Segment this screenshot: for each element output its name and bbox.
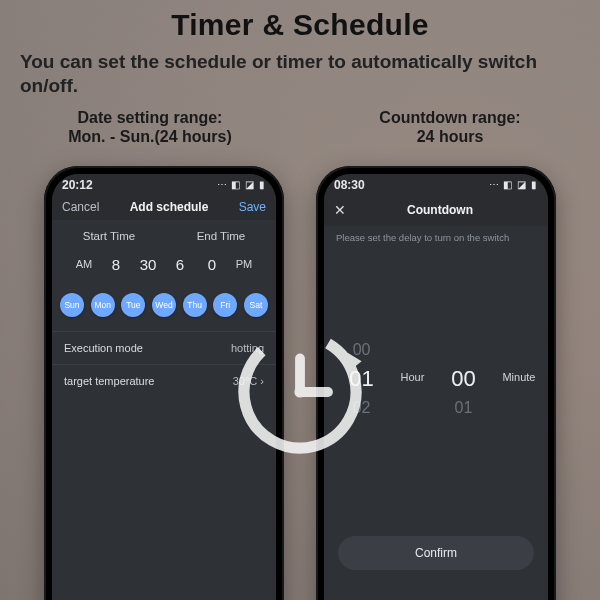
status-icons: ⋯ ◧ ◪ ▮ <box>489 179 538 190</box>
nav-title: Add schedule <box>130 200 209 214</box>
minute-wheel[interactable]: 00 01 <box>434 355 492 421</box>
picker-end-hour[interactable]: 6 <box>169 256 191 273</box>
caption-left: Date setting range: Mon. - Sun.(24 hours… <box>0 108 300 146</box>
nav-title: Countdown <box>342 203 538 217</box>
day-thu[interactable]: Thu <box>183 293 207 317</box>
execution-mode-label: Execution mode <box>64 342 143 354</box>
hour-unit: Hour <box>397 371 429 387</box>
start-time-label: Start Time <box>83 230 135 242</box>
target-temperature-label: target temperature <box>64 375 155 387</box>
time-picker[interactable]: AM 8 30 6 0 PM <box>52 246 276 287</box>
day-fri[interactable]: Fri <box>213 293 237 317</box>
status-bar: 08:30 ⋯ ◧ ◪ ▮ <box>324 174 548 194</box>
minute-unit: Minute <box>498 371 539 387</box>
svg-point-4 <box>294 387 305 398</box>
day-wed[interactable]: Wed <box>152 293 176 317</box>
end-time-label: End Time <box>197 230 246 242</box>
save-button[interactable]: Save <box>239 200 266 214</box>
day-mon[interactable]: Mon <box>91 293 115 317</box>
picker-start-hour[interactable]: 8 <box>105 256 127 273</box>
picker-start-min[interactable]: 30 <box>137 256 159 273</box>
picker-end-min[interactable]: 0 <box>201 256 223 273</box>
status-icons: ⋯ ◧ ◪ ▮ <box>217 179 266 190</box>
day-sun[interactable]: Sun <box>60 293 84 317</box>
day-tue[interactable]: Tue <box>121 293 145 317</box>
hint-text: Please set the delay to turn on the swit… <box>324 226 548 257</box>
picker-am[interactable]: AM <box>73 258 95 270</box>
nav-bar: Cancel Add schedule Save <box>52 194 276 220</box>
page-subtitle: You can set the schedule or timer to aut… <box>0 42 600 102</box>
status-bar: 20:12 ⋯ ◧ ◪ ▮ <box>52 174 276 194</box>
time-headers: Start Time End Time <box>52 220 276 246</box>
status-clock: 08:30 <box>334 178 365 192</box>
caption-right: Countdown range: 24 hours <box>300 108 600 146</box>
clock-icon <box>230 322 370 462</box>
minute-next: 01 <box>434 395 492 421</box>
cancel-button[interactable]: Cancel <box>62 200 99 214</box>
page-title: Timer & Schedule <box>0 0 600 42</box>
minute-selected: 00 <box>434 363 492 395</box>
status-clock: 20:12 <box>62 178 93 192</box>
day-sat[interactable]: Sat <box>244 293 268 317</box>
minute-prev <box>434 355 492 363</box>
picker-pm[interactable]: PM <box>233 258 255 270</box>
confirm-button[interactable]: Confirm <box>338 536 534 570</box>
nav-bar: ✕ Countdown <box>324 194 548 226</box>
